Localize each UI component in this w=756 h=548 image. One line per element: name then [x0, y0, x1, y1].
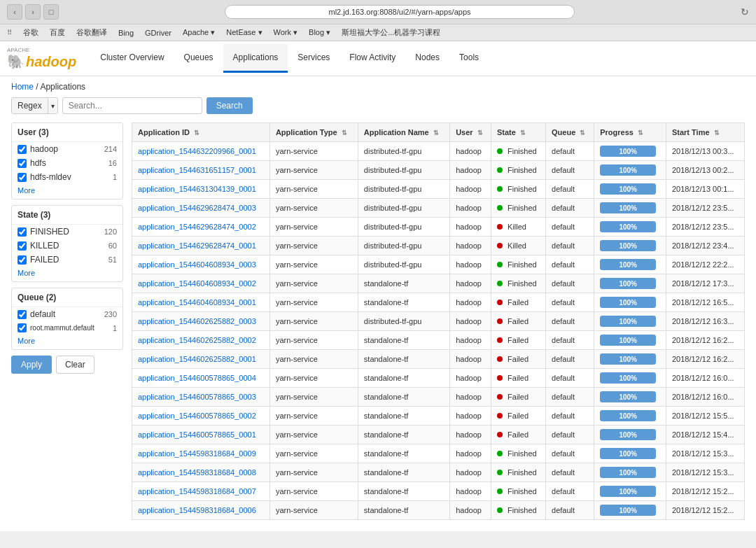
- app-id-link[interactable]: application_1544602625882_0001: [138, 355, 256, 363]
- progress-bar-text: 100%: [600, 335, 656, 346]
- col-queue[interactable]: Queue ⇅: [546, 123, 594, 142]
- cell-queue: default: [546, 350, 594, 369]
- apply-button[interactable]: Apply: [11, 356, 52, 374]
- nav-applications[interactable]: Applications: [223, 44, 288, 73]
- cell-state: Failed: [491, 426, 546, 444]
- sort-progress-icon: ⇅: [638, 129, 643, 136]
- user-hdfs-mldev-checkbox[interactable]: [18, 173, 27, 182]
- bookmark-google[interactable]: 谷歌: [23, 27, 38, 38]
- state-dot-icon: [497, 224, 503, 230]
- app-id-link[interactable]: application_1544604608934_0001: [138, 298, 256, 307]
- address-bar[interactable]: ml2.jd.163.org:8088/ui2/#/yarn-apps/apps: [225, 5, 575, 19]
- cell-app-name: distributed-tf-gpu: [358, 180, 449, 199]
- back-button[interactable]: ‹: [7, 4, 22, 20]
- app-id-link[interactable]: application_1544598318684_0009: [138, 449, 256, 458]
- table-row: application_1544600578865_0004 yarn-serv…: [132, 369, 745, 388]
- bookmark-baidu[interactable]: 百度: [50, 27, 65, 38]
- cell-app-id: application_1544598318684_0006: [132, 501, 270, 520]
- progress-bar: 100%: [600, 259, 656, 270]
- cell-app-type: yarn-service: [270, 501, 358, 520]
- app-id-link[interactable]: application_1544629628474_0002: [138, 223, 256, 231]
- table-row: application_1544600578865_0002 yarn-serv…: [132, 407, 745, 426]
- progress-bar: 100%: [600, 297, 656, 308]
- nav-services[interactable]: Services: [288, 44, 340, 73]
- nav-cluster-overview[interactable]: Cluster Overview: [90, 44, 174, 73]
- nav-flow-activity[interactable]: Flow Activity: [340, 44, 405, 73]
- progress-bar: 100%: [600, 391, 656, 402]
- forward-button[interactable]: ›: [25, 4, 41, 20]
- user-filter-more[interactable]: More: [12, 184, 122, 199]
- col-app-id[interactable]: Application ID ⇅: [132, 123, 270, 142]
- app-id-link[interactable]: application_1544598318684_0008: [138, 468, 256, 477]
- bookmark-netease[interactable]: NetEase ▾: [226, 28, 262, 37]
- progress-bar: 100%: [600, 486, 656, 497]
- search-button[interactable]: Search: [206, 97, 253, 114]
- app-id-link[interactable]: application_1544600578865_0001: [138, 430, 256, 439]
- queue-filter-more[interactable]: More: [12, 335, 122, 349]
- cell-app-name: distributed-tf-gpu: [358, 255, 449, 274]
- bookmark-translate[interactable]: 谷歌翻译: [76, 27, 107, 38]
- app-id-link[interactable]: application_1544604608934_0003: [138, 260, 256, 269]
- bookmark-bing[interactable]: Bing: [118, 29, 134, 37]
- cell-app-id: application_1544598318684_0009: [132, 444, 270, 463]
- cell-state: Finished: [491, 142, 546, 161]
- search-input[interactable]: [62, 97, 202, 114]
- nav-nodes[interactable]: Nodes: [405, 44, 449, 73]
- state-finished-checkbox[interactable]: [18, 227, 27, 237]
- app-id-link[interactable]: application_1544602625882_0002: [138, 336, 256, 344]
- app-id-link[interactable]: application_1544600578865_0004: [138, 374, 256, 382]
- app-id-link[interactable]: application_1544598318684_0006: [138, 506, 256, 514]
- state-filter-more[interactable]: More: [12, 267, 122, 281]
- bookmark-apache[interactable]: Apache ▾: [183, 28, 215, 37]
- queue-root-mammut-checkbox[interactable]: [18, 323, 27, 332]
- cell-app-id: application_1544604608934_0001: [132, 293, 270, 312]
- refresh-icon[interactable]: ↻: [741, 6, 749, 17]
- cell-app-name: standalone-tf: [358, 369, 449, 388]
- bookmark-gdriver[interactable]: GDriver: [145, 29, 172, 37]
- col-start-time[interactable]: Start Time ⇅: [666, 123, 744, 142]
- clear-button[interactable]: Clear: [56, 356, 94, 374]
- state-dot-icon: [497, 413, 503, 419]
- app-id-link[interactable]: application_1544602625882_0003: [138, 317, 256, 325]
- search-type-arrow-icon[interactable]: ▾: [48, 99, 57, 113]
- search-type-select[interactable]: Regex ▾: [11, 97, 58, 114]
- app-id-link[interactable]: application_1544598318684_0007: [138, 487, 256, 496]
- app-id-link[interactable]: application_1544631304139_0001: [138, 185, 256, 193]
- cell-state: Finished: [491, 180, 546, 199]
- table-header: Application ID ⇅ Application Type ⇅ Appl…: [132, 123, 745, 142]
- bookmark-work[interactable]: Work ▾: [274, 28, 298, 37]
- window-button[interactable]: □: [43, 4, 59, 20]
- col-state[interactable]: State ⇅: [491, 123, 546, 142]
- state-failed-checkbox[interactable]: [18, 255, 27, 265]
- col-user[interactable]: User ⇅: [450, 123, 491, 142]
- user-hdfs-checkbox[interactable]: [18, 159, 27, 168]
- state-dot-icon: [497, 281, 503, 286]
- cell-app-type: yarn-service: [270, 237, 358, 255]
- progress-bar: 100%: [600, 164, 656, 176]
- col-app-name[interactable]: Application Name ⇅: [358, 123, 449, 142]
- app-id-link[interactable]: application_1544632209966_0001: [138, 147, 256, 155]
- browser-toolbar: ‹ › □ ml2.jd.163.org:8088/ui2/#/yarn-app…: [0, 0, 756, 24]
- cell-state: Failed: [491, 331, 546, 350]
- user-hadoop-checkbox[interactable]: [18, 145, 27, 154]
- app-id-link[interactable]: application_1544600578865_0002: [138, 412, 256, 420]
- apps-icon[interactable]: ⠿: [7, 29, 12, 36]
- app-id-link[interactable]: application_1544629628474_0001: [138, 241, 256, 250]
- col-app-type[interactable]: Application Type ⇅: [270, 123, 358, 142]
- nav-tools[interactable]: Tools: [449, 44, 489, 73]
- col-progress[interactable]: Progress ⇅: [594, 123, 666, 142]
- nav-queues[interactable]: Queues: [174, 44, 223, 73]
- cell-app-name: standalone-tf: [358, 407, 449, 426]
- table-row: application_1544631651157_0001 yarn-serv…: [132, 161, 745, 180]
- app-id-link[interactable]: application_1544631651157_0001: [138, 166, 256, 174]
- app-id-link[interactable]: application_1544604608934_0002: [138, 279, 256, 288]
- queue-default-checkbox[interactable]: [18, 310, 27, 319]
- breadcrumb-home[interactable]: Home: [11, 82, 34, 92]
- bookmark-blog[interactable]: Blog ▾: [309, 28, 330, 37]
- state-killed-checkbox[interactable]: [18, 241, 27, 251]
- app-id-link[interactable]: application_1544600578865_0003: [138, 393, 256, 401]
- progress-bar-text: 100%: [600, 505, 656, 516]
- user-filter-title: User (3): [12, 123, 122, 142]
- bookmark-stanford[interactable]: 斯坦福大学公...机器学习课程: [342, 27, 440, 38]
- app-id-link[interactable]: application_1544629628474_0003: [138, 204, 256, 212]
